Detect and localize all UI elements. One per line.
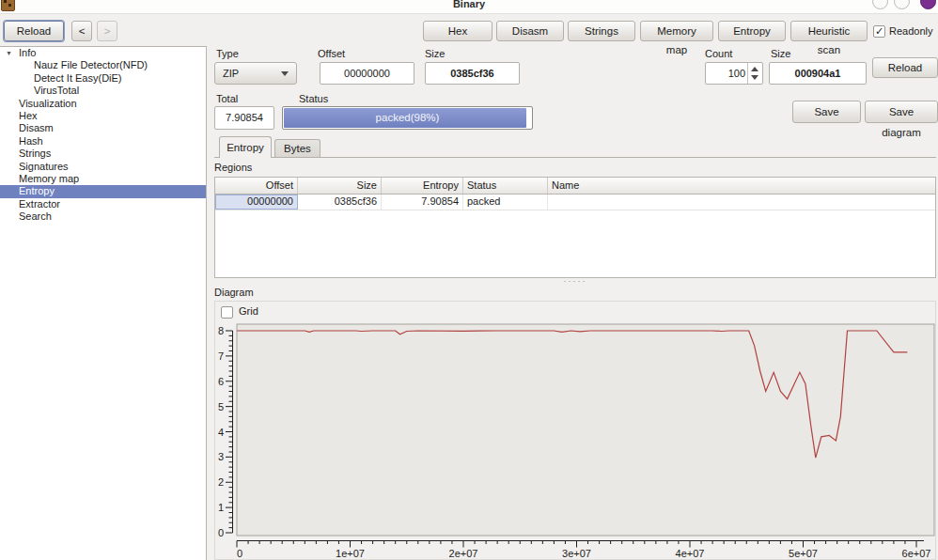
sidebar-item-hex[interactable]: Hex — [0, 110, 206, 122]
window-title: Binary — [0, 0, 938, 9]
column-header-entropy[interactable]: Entropy — [382, 178, 463, 194]
sidebar-item-hash[interactable]: Hash — [0, 135, 206, 148]
sidebar-item-detect-it-easy-die[interactable]: Detect It Easy(DiE) — [0, 72, 206, 85]
svg-text:0: 0 — [237, 548, 242, 559]
svg-text:3e+07: 3e+07 — [562, 548, 591, 559]
reload-entropy-button[interactable]: Reload — [872, 57, 938, 78]
grid-checkbox[interactable] — [221, 306, 233, 319]
sidebar-item-label: Extractor — [19, 198, 60, 210]
sidebar-item-label: Nauz File Detector(NFD) — [34, 59, 148, 70]
back-button[interactable]: < — [71, 21, 92, 41]
status-progressbar: packed(98%) — [282, 106, 533, 130]
table-cell[interactable]: 0385cf36 — [298, 194, 382, 210]
spin-down-icon[interactable] — [751, 75, 758, 80]
total-input[interactable]: 7.90854 — [214, 106, 274, 130]
expand-arrow-icon[interactable]: ▼ — [6, 47, 12, 59]
size-label: Size — [425, 48, 445, 59]
save-diagram-button[interactable]: Save diagram — [865, 101, 938, 123]
forward-button[interactable]: > — [97, 21, 117, 41]
size-input[interactable]: 0385cf36 — [425, 62, 520, 85]
sidebar-item-strings[interactable]: Strings — [0, 148, 206, 160]
count-value: 100 — [728, 63, 745, 84]
grid-label: Grid — [239, 305, 258, 317]
svg-text:4: 4 — [218, 427, 224, 438]
offset-input[interactable]: 00000000 — [320, 62, 414, 85]
sidebar-item-nauz-file-detector-nfd[interactable]: Nauz File Detector(NFD) — [0, 59, 206, 71]
readonly-checkbox[interactable]: ✓ — [873, 25, 885, 38]
svg-text:4e+07: 4e+07 — [676, 548, 705, 559]
svg-text:2e+07: 2e+07 — [449, 548, 478, 559]
vertical-splitter[interactable] — [207, 46, 214, 560]
detect-it-easy-window: Binary Reload < > Hex Disasm Strings Mem… — [0, 0, 938, 560]
column-header-offset[interactable]: Offset — [215, 178, 298, 194]
entropy-chart: 01234567801e+072e+073e+074e+075e+076e+07 — [214, 321, 936, 560]
svg-text:1: 1 — [218, 502, 224, 513]
type-select-value: ZIP — [223, 68, 239, 79]
hex-button[interactable]: Hex — [423, 21, 492, 41]
reload-button[interactable]: Reload — [4, 21, 64, 41]
svg-text:0: 0 — [218, 527, 224, 538]
svg-text:2: 2 — [218, 476, 224, 488]
heuristic-scan-button[interactable]: Heuristic scan — [790, 21, 868, 41]
table-cell[interactable] — [548, 194, 935, 210]
sidebar-item-label: Search — [19, 210, 52, 222]
column-header-name[interactable]: Name — [548, 178, 935, 194]
count-stepper[interactable]: 100 — [705, 62, 763, 85]
type-label: Type — [216, 48, 239, 59]
readonly-label: Readonly — [889, 25, 932, 37]
chevron-down-icon — [281, 71, 289, 76]
sidebar-item-virustotal[interactable]: VirusTotal — [0, 85, 206, 97]
memory-map-button[interactable]: Memory map — [640, 21, 713, 41]
svg-text:5: 5 — [218, 401, 224, 412]
spin-up-icon[interactable] — [751, 67, 758, 71]
save-button[interactable]: Save — [792, 101, 861, 123]
size2-label: Size — [771, 48, 790, 59]
table-row[interactable]: 000000000385cf367.90854packed — [215, 194, 935, 210]
svg-text:3: 3 — [218, 451, 224, 462]
sidebar-item-extractor[interactable]: Extractor — [0, 198, 206, 210]
regions-table-body: 000000000385cf367.90854packed — [215, 194, 935, 210]
sidebar-item-disasm[interactable]: Disasm — [0, 122, 206, 134]
disasm-button[interactable]: Disasm — [496, 21, 564, 41]
tab-baseline — [214, 157, 936, 158]
entropy-chart-svg: 01234567801e+072e+073e+074e+075e+076e+07 — [214, 321, 936, 560]
sidebar-tree: ▼InfoNauz File Detector(NFD)Detect It Ea… — [0, 46, 207, 560]
sidebar-item-info[interactable]: ▼Info — [0, 47, 206, 59]
sidebar-item-label: Hex — [19, 110, 38, 121]
sidebar-item-search[interactable]: Search — [0, 210, 206, 223]
column-header-status[interactable]: Status — [463, 178, 548, 194]
progress-text: packed(98%) — [283, 107, 532, 129]
sidebar-item-label: Info — [19, 47, 36, 58]
entropy-button[interactable]: Entropy — [718, 21, 786, 41]
type-select[interactable]: ZIP — [214, 62, 297, 85]
sidebar-item-memory-map[interactable]: Memory map — [0, 173, 206, 185]
tab-bytes[interactable]: Bytes — [274, 139, 320, 158]
strings-button[interactable]: Strings — [568, 21, 635, 41]
total-label: Total — [216, 93, 238, 104]
sidebar-item-label: VirusTotal — [34, 85, 79, 96]
sidebar-item-entropy[interactable]: Entropy — [0, 185, 206, 197]
table-cell[interactable]: 7.90854 — [382, 194, 463, 210]
svg-text:6e+07: 6e+07 — [902, 548, 931, 559]
svg-text:8: 8 — [218, 325, 224, 336]
sidebar-item-signatures[interactable]: Signatures — [0, 161, 206, 173]
sidebar-item-visualization[interactable]: Visualization — [0, 98, 206, 110]
tab-entropy[interactable]: Entropy — [219, 136, 272, 158]
column-header-size[interactable]: Size — [298, 178, 382, 194]
svg-text:7: 7 — [218, 350, 224, 362]
size2-input[interactable]: 000904a1 — [769, 62, 867, 85]
sidebar-item-label: Strings — [19, 148, 51, 159]
svg-text:1e+07: 1e+07 — [336, 548, 365, 559]
regions-table-header[interactable]: OffsetSizeEntropyStatusName — [215, 178, 935, 194]
diagram-label: Diagram — [214, 287, 254, 298]
svg-text:6: 6 — [218, 376, 224, 387]
table-cell[interactable]: packed — [463, 194, 548, 210]
table-cell[interactable]: 00000000 — [215, 194, 298, 210]
horizontal-splitter[interactable]: ····· — [214, 278, 936, 285]
sidebar-item-label: Signatures — [19, 161, 69, 172]
count-label: Count — [705, 48, 732, 59]
regions-label: Regions — [214, 162, 252, 173]
titlebar: Binary — [0, 0, 938, 14]
sidebar-item-label: Disasm — [19, 122, 54, 133]
sidebar-item-label: Memory map — [19, 173, 79, 184]
